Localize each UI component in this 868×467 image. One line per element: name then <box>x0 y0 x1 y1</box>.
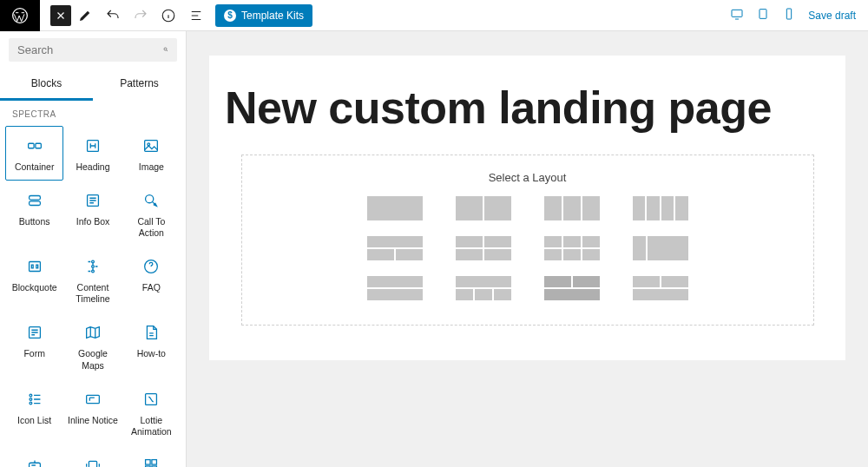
svg-point-5 <box>164 48 167 50</box>
block-item-label: Call To Action <box>125 216 178 239</box>
svg-rect-2 <box>732 10 742 16</box>
block-category-label: SPECTRA <box>0 101 186 122</box>
layout-1col[interactable] <box>367 196 423 220</box>
redo-button[interactable] <box>127 0 155 31</box>
block-item-label: Form <box>23 348 45 359</box>
block-item-icon-list[interactable]: Icon List <box>5 379 63 445</box>
container-layout-picker: Select a Layout <box>241 155 814 326</box>
block-item-post-carousel[interactable]: Post Carousel <box>63 445 122 467</box>
notice-icon <box>82 389 103 410</box>
layout-picker-title: Select a Layout <box>242 171 813 184</box>
layout-2col[interactable] <box>456 196 511 220</box>
close-inserter-button[interactable] <box>50 5 71 26</box>
block-item-how-to[interactable]: How-to <box>122 312 181 378</box>
marketing-icon <box>24 455 45 467</box>
blockquote-icon <box>24 256 45 277</box>
layout-25-75[interactable] <box>633 236 688 260</box>
infobox-icon <box>82 190 103 211</box>
preview-mobile-icon[interactable] <box>782 7 796 23</box>
template-kits-badge-icon: $ <box>224 10 236 22</box>
block-item-label: Container <box>15 161 55 173</box>
block-item-label: Google Maps <box>66 348 119 371</box>
block-item-content-timeline[interactable]: Content Timeline <box>63 247 122 312</box>
block-item-label: Heading <box>76 161 109 173</box>
preview-desktop-icon[interactable] <box>730 7 744 23</box>
block-item-info-box[interactable]: Info Box <box>63 181 122 247</box>
undo-button[interactable] <box>99 0 127 31</box>
page-surface: New custom landing page Select a Layout <box>209 56 845 360</box>
svg-rect-3 <box>760 10 766 19</box>
block-item-label: Info Box <box>76 216 110 227</box>
tab-blocks[interactable]: Blocks <box>0 69 93 101</box>
block-item-label: FAQ <box>142 282 161 293</box>
block-item-container[interactable]: Container <box>5 126 63 181</box>
block-item-post-grid[interactable]: Post Grid <box>122 445 181 467</box>
block-search-input[interactable] <box>17 43 163 56</box>
layout-1-over-3[interactable] <box>456 276 511 300</box>
block-item-faq[interactable]: FAQ <box>122 247 181 312</box>
form-icon <box>24 322 45 343</box>
inserter-tabs: Blocks Patterns <box>0 69 186 101</box>
block-item-label: Image <box>139 161 164 173</box>
lottie-icon <box>141 389 161 410</box>
editor-top-toolbar: $ Template Kits Save draft <box>0 0 868 31</box>
list-view-button[interactable] <box>182 0 210 31</box>
template-kits-button[interactable]: $ Template Kits <box>215 4 312 27</box>
edit-tool-button[interactable] <box>71 0 99 31</box>
layout-4col[interactable] <box>633 196 688 220</box>
save-draft-button[interactable]: Save draft <box>808 10 856 22</box>
template-kits-label: Template Kits <box>241 10 304 22</box>
block-item-image[interactable]: Image <box>122 126 181 181</box>
block-item-label: Inline Notice <box>68 415 118 426</box>
timeline-icon <box>82 256 103 277</box>
buttons-icon <box>24 190 45 211</box>
block-item-label: Lottie Animation <box>125 415 178 437</box>
block-item-form[interactable]: Form <box>5 312 63 378</box>
block-item-label: How-to <box>137 348 166 359</box>
block-item-label: Icon List <box>17 415 51 426</box>
block-item-heading[interactable]: Heading <box>63 126 122 181</box>
page-title[interactable]: New custom landing page <box>218 82 837 134</box>
block-search-field[interactable] <box>9 38 177 62</box>
image-icon <box>141 135 161 156</box>
layout-1-over-1[interactable] <box>367 276 423 300</box>
heading-icon <box>82 135 103 156</box>
block-item-lottie[interactable]: Lottie Animation <box>122 379 181 445</box>
postgrid-icon <box>141 455 161 467</box>
iconlist-icon <box>24 389 45 410</box>
howto-icon <box>141 322 161 343</box>
tab-patterns[interactable]: Patterns <box>93 69 186 101</box>
svg-rect-4 <box>787 9 792 19</box>
block-item-buttons[interactable]: Buttons <box>5 181 63 247</box>
block-item-label: Blockquote <box>12 282 57 293</box>
editor-canvas[interactable]: New custom landing page Select a Layout <box>187 31 868 467</box>
wordpress-logo-button[interactable] <box>0 0 40 31</box>
layout-2-over-1[interactable] <box>544 276 600 300</box>
container-icon <box>24 135 45 156</box>
search-icon <box>163 43 168 56</box>
faq-icon <box>141 256 161 277</box>
block-item-label: Content Timeline <box>66 282 119 305</box>
block-item-inline-notice[interactable]: Inline Notice <box>63 379 122 445</box>
block-item-blockquote[interactable]: Blockquote <box>5 247 63 312</box>
block-grid: ContainerHeadingImageButtonsInfo BoxCall… <box>0 122 186 467</box>
document-info-button[interactable] <box>155 0 182 31</box>
map-icon <box>82 322 103 343</box>
layout-3-over-3[interactable] <box>544 236 600 260</box>
layout-2-over-2[interactable] <box>456 236 511 260</box>
cta-icon <box>141 190 161 211</box>
block-item-marketing-button[interactable]: Marketing Button <box>5 445 63 467</box>
block-item-cta[interactable]: Call To Action <box>122 181 181 247</box>
block-inserter-panel: Blocks Patterns SPECTRA ContainerHeading… <box>0 31 187 467</box>
layout-1-over-2[interactable] <box>367 236 423 260</box>
block-item-label: Buttons <box>19 216 50 227</box>
preview-tablet-icon[interactable] <box>756 7 770 23</box>
carousel-icon <box>82 455 103 467</box>
layout-3col[interactable] <box>544 196 600 220</box>
block-item-google-maps[interactable]: Google Maps <box>63 312 122 378</box>
layout-2-over-1b[interactable] <box>633 276 688 300</box>
